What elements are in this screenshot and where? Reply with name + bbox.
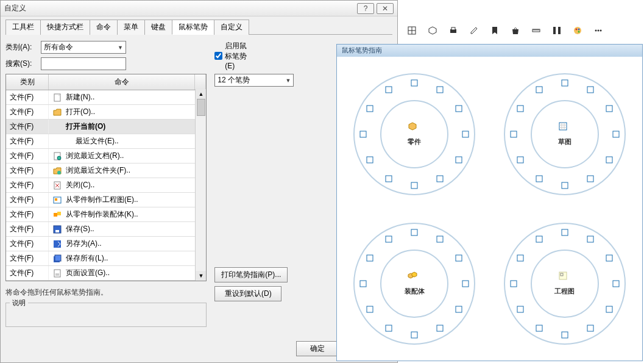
bag-icon[interactable] (509, 24, 522, 37)
table-row[interactable]: 文件(F)关闭(C).. (6, 178, 206, 193)
table-row[interactable]: 文件(F)页面设置(G).. (6, 266, 206, 281)
box-expand-icon[interactable] (434, 173, 445, 184)
scroll-up-icon[interactable]: ▲ (196, 89, 207, 99)
ok-button[interactable]: 确定 (296, 341, 339, 356)
grid-icon[interactable] (406, 24, 418, 37)
scroll-thumb[interactable] (197, 99, 205, 116)
table-row[interactable]: 文件(F)最近文件(E).. (6, 134, 206, 149)
svg-rect-71 (613, 281, 619, 287)
cube-rot-icon[interactable] (383, 234, 394, 245)
table-row[interactable]: 文件(F)保存(S).. (6, 222, 206, 237)
edit-icon[interactable] (468, 24, 480, 37)
tab-2[interactable]: 命令 (90, 20, 118, 35)
tab-5[interactable]: 鼠标笔势 (172, 20, 214, 35)
clamp-icon[interactable] (364, 154, 375, 165)
print-icon[interactable] (447, 24, 459, 37)
svg-rect-76 (517, 306, 523, 312)
balance-icon[interactable] (434, 84, 445, 95)
search-icon[interactable] (515, 304, 526, 315)
ruler-icon[interactable] (530, 24, 542, 37)
swap2-icon[interactable] (559, 329, 570, 340)
table-row[interactable]: 文件(F)另存为(A).. (6, 237, 206, 251)
draw-cube-icon[interactable] (534, 234, 545, 245)
circle-dot2-icon[interactable] (515, 253, 526, 264)
cube-icon[interactable] (426, 24, 439, 37)
more-icon[interactable] (592, 24, 604, 37)
tape-icon[interactable] (358, 129, 369, 140)
guide-body: 零件草图装配体工程图 (337, 57, 642, 361)
point-icon[interactable] (534, 84, 545, 95)
table-row[interactable]: 文件(F)从零件制作装配体(K).. (6, 207, 206, 222)
asm-expand-icon[interactable] (453, 304, 464, 315)
enable-gesture-checkbox[interactable]: 启用鼠标笔势(E) (214, 41, 250, 70)
asm-cube-icon[interactable] (358, 278, 369, 289)
tape-icon[interactable] (364, 253, 375, 264)
tab-1[interactable]: 快捷方式栏 (40, 20, 90, 35)
bookmark-icon[interactable] (489, 24, 501, 37)
circle-dot-icon[interactable] (610, 129, 621, 140)
mirror-icon[interactable] (383, 84, 394, 95)
category-combo[interactable]: 所有命令 ▼ (41, 41, 126, 54)
box-contract-icon[interactable] (383, 173, 394, 184)
drawline-icon[interactable] (559, 227, 570, 238)
help-button[interactable]: ? (357, 3, 374, 14)
tab-3[interactable]: 菜单 (117, 20, 145, 35)
up-arrow-icon[interactable] (409, 227, 420, 238)
tab-0[interactable]: 工具栏 (5, 20, 41, 35)
link-icon[interactable] (515, 103, 526, 114)
line-icon[interactable] (508, 129, 519, 140)
reset-defaults-button[interactable]: 重设到默认(D) (214, 286, 281, 301)
corner-icon[interactable] (604, 154, 615, 165)
box-icon[interactable] (460, 129, 471, 140)
asm-contract2-icon[interactable] (364, 304, 375, 315)
asm-contract-icon[interactable] (383, 323, 394, 334)
trim-icon[interactable] (534, 173, 545, 184)
close-button[interactable]: ✕ (377, 3, 394, 14)
swap-icon[interactable] (604, 103, 615, 114)
th-category[interactable]: 类别 (6, 74, 49, 90)
rotate-cube-icon[interactable] (453, 253, 464, 264)
search-input[interactable] (41, 57, 126, 70)
gesture-count-combo[interactable]: 12 个笔势 ▼ (214, 74, 294, 87)
table-row[interactable]: 文件(F)打开(O).. (6, 105, 206, 120)
box-right-icon[interactable] (453, 103, 464, 114)
vertical-scrollbar[interactable]: ▲ ▼ (195, 89, 206, 281)
table-row[interactable]: 文件(F)打开当前(O) (6, 120, 206, 134)
circle-out-icon[interactable] (585, 234, 596, 245)
text-a-icon[interactable] (585, 323, 596, 334)
spline-icon[interactable] (515, 154, 526, 165)
asm-down-icon[interactable] (434, 323, 445, 334)
box2-icon[interactable] (453, 154, 464, 165)
tab-6[interactable]: 自定义 (214, 20, 249, 35)
palette-icon[interactable] (571, 24, 584, 37)
ring-inner: 草图 (531, 100, 599, 168)
scroll-down-icon[interactable]: ▼ (196, 271, 207, 281)
balance-icon[interactable] (434, 234, 445, 245)
rect-out-icon[interactable] (610, 278, 621, 289)
enable-gesture-input[interactable] (214, 52, 222, 60)
print-guide-button[interactable]: 打印笔势指南(P)... (214, 267, 288, 282)
rect-icon[interactable] (559, 180, 570, 191)
table-row[interactable]: 文件(F)浏览最近文档(R).. (6, 149, 206, 164)
th-command[interactable]: 命令 (49, 74, 195, 90)
table-row[interactable]: 文件(F)浏览最近文件夹(F).. (6, 164, 206, 178)
asm-box-icon[interactable] (460, 278, 471, 289)
compass-icon[interactable] (534, 323, 545, 334)
up-arrow-icon[interactable] (559, 77, 570, 88)
arc-corner-icon[interactable] (585, 173, 596, 184)
table-row[interactable]: 文件(F)新建(N).. (6, 90, 206, 105)
table-row[interactable]: 文件(F)从零件制作工程图(E).. (6, 193, 206, 207)
box-down-icon[interactable] (409, 180, 420, 191)
measure-icon[interactable] (551, 24, 563, 37)
up-arrow-icon[interactable] (409, 77, 420, 88)
tab-4[interactable]: 键盘 (144, 20, 172, 35)
curve-icon[interactable] (364, 103, 375, 114)
line2-icon[interactable] (508, 278, 519, 289)
table-row[interactable]: 文件(F)保存所有(L).. (6, 251, 206, 266)
slot-icon[interactable] (585, 84, 596, 95)
clip-icon[interactable] (409, 329, 420, 340)
align-arrow-icon[interactable] (604, 304, 615, 315)
svg-rect-28 (55, 273, 59, 276)
num3-icon[interactable] (604, 253, 615, 264)
cell-category: 文件(F) (6, 207, 49, 221)
